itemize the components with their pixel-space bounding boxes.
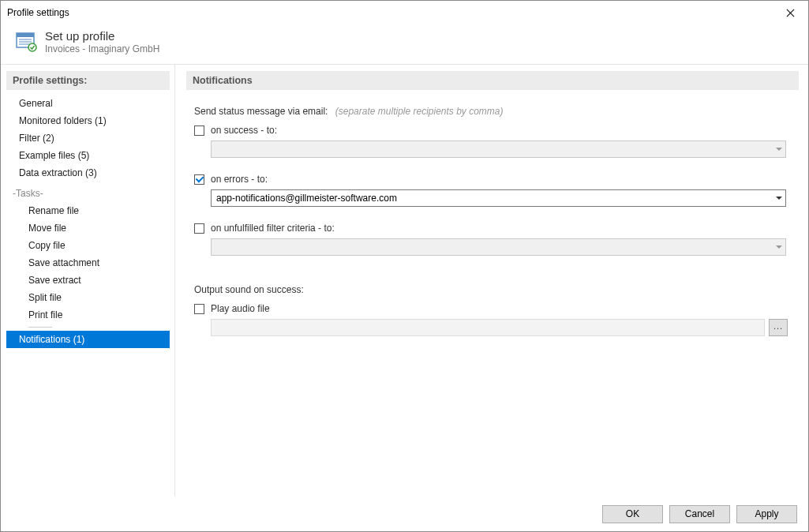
page-subtitle: Invoices - Imaginary GmbH	[45, 43, 159, 54]
header-texts: Set up profile Invoices - Imaginary GmbH	[45, 29, 159, 54]
unfulfilled-check-row: on unfulfilled filter criteria - to:	[194, 223, 799, 234]
nav-example-files[interactable]: Example files (5)	[6, 147, 170, 164]
cancel-button[interactable]: Cancel	[669, 505, 730, 523]
content-header: Notifications	[186, 71, 799, 90]
on-errors-checkbox[interactable]	[194, 174, 204, 185]
email-section-label: Send status message via email: (separate…	[194, 106, 799, 117]
sound-section: Output sound on success: Play audio file…	[194, 284, 799, 336]
svg-point-5	[28, 43, 36, 51]
errors-check-row: on errors - to:	[194, 174, 799, 185]
on-errors-combo[interactable]: app-notifications@gillmeister-software.c…	[211, 189, 786, 207]
sound-section-label: Output sound on success:	[194, 284, 799, 295]
nav-save-extract[interactable]: Save extract	[6, 272, 170, 289]
titlebar: Profile settings	[1, 1, 808, 24]
nav-list: General Monitored folders (1) Filter (2)…	[6, 95, 170, 348]
svg-rect-1	[17, 33, 34, 37]
sidebar-header: Profile settings:	[6, 71, 170, 90]
nav-general[interactable]: General	[6, 95, 170, 112]
browse-button[interactable]: ...	[769, 319, 788, 336]
chevron-down-icon	[776, 197, 782, 200]
content-inner: Send status message via email: (separate…	[186, 106, 799, 336]
success-group: on success - to:	[194, 125, 799, 158]
nav-filter[interactable]: Filter (2)	[6, 129, 170, 147]
chevron-down-icon	[776, 148, 782, 151]
ok-button[interactable]: OK	[602, 505, 663, 523]
on-errors-label: on errors - to:	[211, 174, 268, 185]
on-unfulfilled-checkbox[interactable]	[194, 223, 204, 234]
audio-file-input[interactable]	[211, 319, 765, 336]
profile-settings-window: Profile settings Set up profile Invoices…	[0, 0, 809, 532]
nav-print-file[interactable]: Print file	[6, 306, 170, 324]
errors-group: on errors - to: app-notifications@gillme…	[194, 174, 799, 207]
email-hint: (separate multiple recipients by comma)	[335, 106, 504, 117]
nav-move-file[interactable]: Move file	[6, 219, 170, 237]
on-unfulfilled-combo[interactable]	[211, 238, 786, 256]
audio-file-row: ...	[211, 319, 799, 336]
footer: OK Cancel Apply	[1, 496, 808, 531]
page-title: Set up profile	[45, 29, 159, 43]
apply-button[interactable]: Apply	[736, 505, 797, 523]
header-section: Set up profile Invoices - Imaginary GmbH	[1, 24, 808, 65]
on-errors-value: app-notifications@gillmeister-software.c…	[216, 193, 397, 204]
nav-tasks-section: -Tasks-	[6, 185, 170, 202]
nav-notifications[interactable]: Notifications (1)	[6, 331, 170, 348]
nav-monitored-folders[interactable]: Monitored folders (1)	[6, 112, 170, 129]
profile-icon	[15, 31, 37, 53]
play-audio-label: Play audio file	[211, 303, 270, 314]
close-icon	[786, 9, 794, 17]
nav-divider	[28, 327, 52, 328]
window-title: Profile settings	[7, 7, 69, 18]
on-success-label: on success - to:	[211, 125, 277, 136]
chevron-down-icon	[776, 245, 782, 249]
on-success-checkbox[interactable]	[194, 126, 204, 136]
nav-save-attachment[interactable]: Save attachment	[6, 254, 170, 272]
success-check-row: on success - to:	[194, 125, 799, 136]
nav-rename-file[interactable]: Rename file	[6, 202, 170, 219]
nav-copy-file[interactable]: Copy file	[6, 237, 170, 254]
nav-split-file[interactable]: Split file	[6, 289, 170, 306]
close-button[interactable]	[772, 1, 808, 24]
on-success-combo[interactable]	[211, 140, 786, 158]
nav-data-extraction[interactable]: Data extraction (3)	[6, 164, 170, 182]
on-unfulfilled-label: on unfulfilled filter criteria - to:	[211, 223, 335, 234]
sidebar: Profile settings: General Monitored fold…	[1, 65, 175, 496]
body: Profile settings: General Monitored fold…	[1, 65, 808, 496]
play-audio-checkbox[interactable]	[194, 304, 204, 314]
play-audio-row: Play audio file	[194, 303, 799, 314]
content-panel: Notifications Send status message via em…	[175, 65, 808, 496]
email-label-text: Send status message via email:	[194, 106, 328, 117]
unfulfilled-group: on unfulfilled filter criteria - to:	[194, 223, 799, 256]
